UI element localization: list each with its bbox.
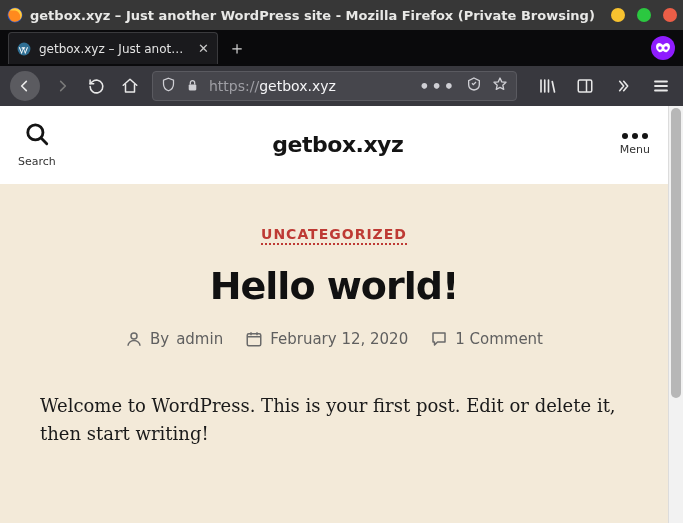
author-icon: [125, 330, 143, 348]
svg-rect-8: [247, 334, 261, 346]
firefox-icon: [6, 6, 24, 24]
bookmark-star-icon[interactable]: [492, 76, 508, 96]
reload-button[interactable]: [84, 74, 108, 98]
window-maximize-button[interactable]: [637, 8, 651, 22]
forward-button[interactable]: [50, 74, 74, 98]
overflow-icon[interactable]: [611, 74, 635, 98]
sidebar-icon[interactable]: [573, 74, 597, 98]
search-icon: [24, 121, 50, 151]
vertical-scrollbar[interactable]: [668, 106, 683, 523]
search-toggle[interactable]: Search: [18, 121, 56, 168]
back-button[interactable]: [10, 71, 40, 101]
post-comments-group: 1 Comment: [430, 330, 543, 348]
new-tab-button[interactable]: ＋: [226, 37, 248, 59]
category-link[interactable]: UNCATEGORIZED: [261, 226, 407, 245]
date-link[interactable]: February 12, 2020: [270, 330, 408, 348]
comments-link[interactable]: 1 Comment: [455, 330, 543, 348]
menu-label: Menu: [620, 143, 650, 156]
page-actions-icon[interactable]: •••: [419, 77, 456, 96]
site-content: UNCATEGORIZED Hello world! By admin Febr…: [0, 184, 668, 523]
site-header: Search getbox.xyz Menu: [0, 106, 668, 184]
post-content: Welcome to WordPress. This is your first…: [40, 392, 628, 448]
lock-icon[interactable]: [186, 77, 199, 96]
by-word: By: [150, 330, 169, 348]
tab-title: getbox.xyz – Just another W: [39, 42, 190, 56]
reader-mode-icon[interactable]: [466, 76, 482, 96]
tab-close-button[interactable]: ✕: [198, 41, 209, 56]
url-text: https://getbox.xyz: [209, 78, 409, 94]
window-close-button[interactable]: [663, 8, 677, 22]
menu-toggle[interactable]: Menu: [620, 133, 650, 156]
post-author-group: By admin: [125, 330, 223, 348]
post-category: UNCATEGORIZED: [40, 226, 628, 242]
scrollbar-thumb[interactable]: [671, 108, 681, 398]
post-title[interactable]: Hello world!: [40, 264, 628, 308]
post-meta: By admin February 12, 2020 1 Comment: [40, 330, 628, 348]
site-title[interactable]: getbox.xyz: [272, 132, 403, 157]
url-bar[interactable]: https://getbox.xyz •••: [152, 71, 517, 101]
tab-strip: getbox.xyz – Just another W ✕ ＋: [0, 30, 683, 66]
window-minimize-button[interactable]: [611, 8, 625, 22]
calendar-icon: [245, 330, 263, 348]
browser-tab[interactable]: getbox.xyz – Just another W ✕: [8, 32, 218, 64]
page-viewport: Search getbox.xyz Menu UNCATEGORIZED Hel…: [0, 106, 683, 523]
app-menu-icon[interactable]: [649, 74, 673, 98]
window-titlebar: getbox.xyz – Just another WordPress site…: [0, 0, 683, 30]
svg-point-2: [658, 46, 662, 50]
window-title: getbox.xyz – Just another WordPress site…: [30, 8, 599, 23]
svg-rect-4: [189, 84, 197, 90]
tracking-protection-icon[interactable]: [161, 77, 176, 96]
home-button[interactable]: [118, 74, 142, 98]
svg-point-7: [131, 333, 137, 339]
post-date-group: February 12, 2020: [245, 330, 408, 348]
comment-icon: [430, 330, 448, 348]
private-browsing-icon: [651, 36, 675, 60]
svg-point-3: [664, 46, 668, 50]
wordpress-favicon-icon: [17, 42, 31, 56]
svg-rect-5: [578, 80, 592, 92]
search-label: Search: [18, 155, 56, 168]
author-link[interactable]: admin: [176, 330, 223, 348]
browser-toolbar: https://getbox.xyz •••: [0, 66, 683, 106]
library-icon[interactable]: [535, 74, 559, 98]
menu-icon: [622, 133, 648, 139]
